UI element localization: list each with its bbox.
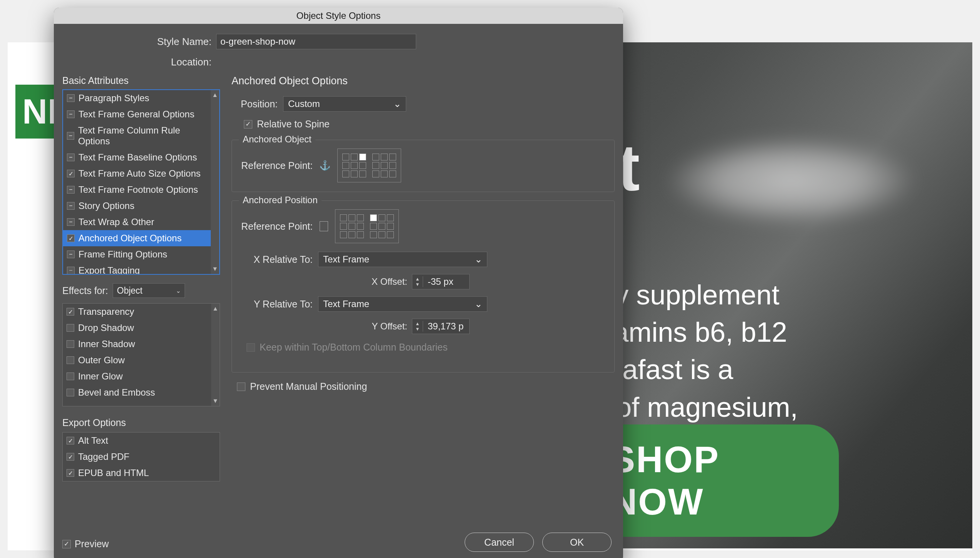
list-scrollbar[interactable]: ▲ ▼ (211, 90, 219, 274)
checkbox-icon[interactable] (67, 186, 75, 194)
effects-scrollbar[interactable]: ▲ ▼ (211, 304, 220, 406)
stepper-down-icon[interactable]: ▼ (412, 282, 423, 287)
checkbox-icon[interactable] (67, 218, 75, 226)
reference-point-proxy[interactable] (337, 149, 401, 182)
scroll-up-icon[interactable]: ▲ (212, 92, 218, 99)
checkbox-icon[interactable] (67, 356, 74, 364)
object-style-options-dialog: Object Style Options Style Name: Locatio… (54, 8, 623, 558)
basic-attr-item[interactable]: Text Frame Baseline Options (63, 149, 211, 165)
x-relative-value: Text Frame (323, 254, 369, 265)
checkbox-icon[interactable] (67, 437, 74, 444)
chevron-down-icon: ⌄ (176, 287, 181, 294)
scroll-up-icon[interactable]: ▲ (212, 305, 218, 312)
effects-list[interactable]: TransparencyDrop ShadowInner ShadowOuter… (62, 303, 220, 406)
export-option-item[interactable]: EPUB and HTML (63, 465, 220, 481)
scroll-down-icon[interactable]: ▼ (212, 398, 218, 404)
dialog-title: Object Style Options (54, 8, 623, 24)
checkbox-icon[interactable] (67, 340, 74, 348)
x-offset-input[interactable]: ▲ ▼ -35 px (412, 274, 470, 289)
checkbox-icon[interactable] (67, 154, 75, 161)
basic-attr-item[interactable]: Text Frame General Options (63, 106, 211, 122)
stepper-up-icon[interactable]: ▲ (412, 321, 423, 326)
keep-within-checkbox (247, 343, 255, 352)
checkbox-icon[interactable] (67, 94, 75, 102)
anchored-position-legend: Anchored Position (239, 195, 322, 205)
basic-attr-item[interactable]: Text Frame Footnote Options (63, 182, 211, 198)
effects-item[interactable]: Bevel and Emboss (63, 384, 211, 401)
checkbox-icon[interactable] (67, 469, 74, 477)
y-offset-input[interactable]: ▲ ▼ 39,173 p (412, 319, 470, 334)
checkbox-icon[interactable] (67, 267, 75, 274)
ok-button[interactable]: OK (542, 533, 612, 552)
style-name-input[interactable] (216, 34, 416, 49)
basic-attr-item[interactable]: Frame Fitting Options (63, 246, 211, 262)
export-option-item[interactable]: Tagged PDF (63, 449, 220, 465)
list-item-label: Story Options (78, 200, 134, 211)
reference-point-label: Reference Point: (241, 160, 313, 171)
effects-item[interactable]: Transparency (63, 304, 211, 320)
list-item-label: Anchored Object Options (78, 233, 182, 244)
x-offset-label: X Offset: (343, 276, 412, 287)
y-relative-to-label: Y Relative To: (241, 299, 318, 310)
relative-to-spine-checkbox[interactable] (244, 120, 252, 129)
style-name-label: Style Name: (62, 36, 216, 48)
basic-attr-item[interactable]: Story Options (63, 198, 211, 214)
checkbox-icon[interactable] (67, 389, 74, 396)
checkbox-icon[interactable] (67, 110, 75, 118)
stepper-up-icon[interactable]: ▲ (412, 276, 423, 282)
basic-attr-item[interactable]: Export Tagging (63, 262, 211, 274)
list-item-label: Outer Glow (78, 355, 125, 366)
checkbox-icon[interactable] (67, 324, 74, 332)
reference-point-label-2: Reference Point: (241, 221, 313, 232)
list-item-label: Inner Glow (78, 371, 123, 382)
checkbox-icon[interactable] (67, 202, 75, 210)
checkbox-icon[interactable] (67, 251, 75, 258)
checkbox-icon[interactable] (67, 308, 74, 316)
stepper-down-icon[interactable]: ▼ (412, 326, 423, 332)
list-item-label: Frame Fitting Options (78, 249, 167, 260)
checkbox-icon[interactable] (67, 453, 74, 461)
preview-checkbox[interactable] (62, 540, 71, 548)
checkbox-icon[interactable] (67, 234, 75, 242)
checkbox-icon[interactable] (67, 373, 74, 380)
list-item-label: Inner Shadow (78, 339, 135, 349)
prevent-manual-label: Prevent Manual Positioning (250, 381, 367, 392)
basic-attr-item[interactable]: Text Wrap & Other (63, 214, 211, 230)
position-label: Position: (232, 99, 283, 110)
basic-attributes-list[interactable]: Paragraph StylesText Frame General Optio… (62, 89, 220, 275)
anchored-object-fieldset: Anchored Object Reference Point: ⚓ (232, 140, 615, 192)
anchor-icon: ⚓ (320, 160, 330, 171)
basic-attributes-heading: Basic Attributes (62, 75, 220, 86)
scroll-down-icon[interactable]: ▼ (212, 266, 218, 272)
basic-attr-item[interactable]: Paragraph Styles (63, 90, 211, 106)
effects-item[interactable]: Inner Glow (63, 368, 211, 384)
export-option-item[interactable]: Alt Text (63, 433, 220, 449)
basic-attr-item[interactable]: Text Frame Column Rule Options (63, 122, 211, 149)
cancel-button[interactable]: Cancel (465, 533, 534, 552)
export-options-list[interactable]: Alt TextTagged PDFEPUB and HTML (62, 432, 220, 481)
effects-for-dropdown[interactable]: Object ⌄ (113, 283, 185, 298)
effects-item[interactable]: Inner Shadow (63, 336, 211, 352)
basic-attr-item[interactable]: Text Frame Auto Size Options (63, 165, 211, 182)
list-item-label: Text Frame Auto Size Options (78, 168, 200, 179)
list-item-label: Text Wrap & Other (78, 217, 154, 227)
list-item-label: Text Frame General Options (78, 109, 194, 120)
location-label: Location: (62, 56, 216, 68)
checkbox-icon[interactable] (67, 170, 75, 177)
x-relative-to-select[interactable]: Text Frame ⌄ (318, 252, 487, 267)
prevent-manual-checkbox[interactable] (237, 383, 245, 391)
position-select[interactable]: Custom ⌄ (283, 96, 406, 112)
y-offset-label: Y Offset: (343, 321, 412, 332)
list-item-label: Transparency (78, 306, 134, 317)
effects-item[interactable]: Outer Glow (63, 352, 211, 368)
chevron-down-icon: ⌄ (393, 99, 401, 109)
basic-attr-item[interactable]: Anchored Object Options (63, 230, 211, 246)
page-icon (320, 221, 328, 231)
position-reference-proxy[interactable] (335, 209, 399, 243)
preview-label: Preview (75, 538, 109, 550)
effects-item[interactable]: Drop Shadow (63, 320, 211, 336)
y-relative-to-select[interactable]: Text Frame ⌄ (318, 296, 487, 312)
checkbox-icon[interactable] (67, 132, 74, 140)
anchored-object-options-heading: Anchored Object Options (232, 75, 615, 87)
list-item-label: Export Tagging (78, 265, 140, 274)
